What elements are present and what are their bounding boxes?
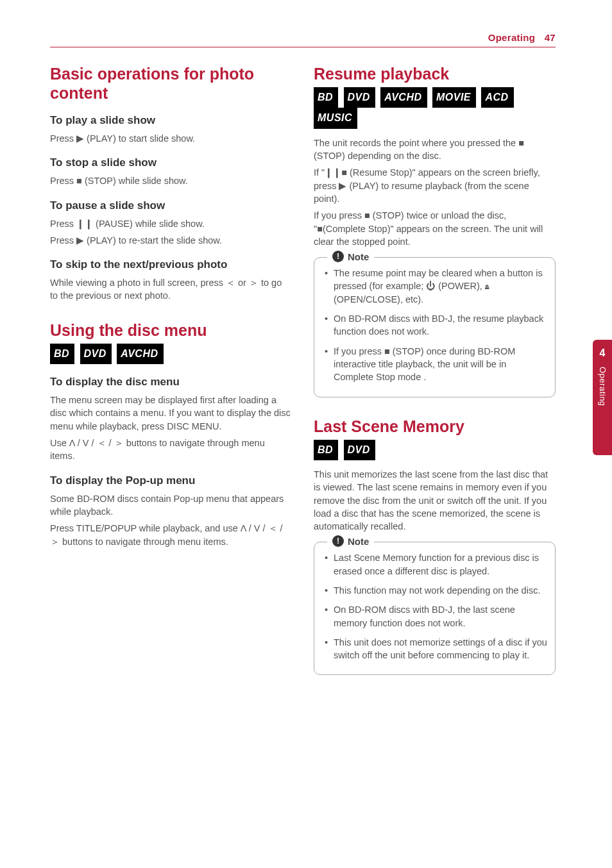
resume-badges: BD DVD AVCHD MOVIE ACD MUSIC xyxy=(314,87,556,129)
chapter-side-tab: 4 Operating xyxy=(593,340,612,455)
text-resume-1: The unit records the point where you pre… xyxy=(314,137,556,163)
heading-stop-slideshow: To stop a slide show xyxy=(50,156,292,169)
note-item: On BD-ROM discs with BD-J, the resume pl… xyxy=(325,312,547,338)
note-box-last-scene: ! Note Last Scene Memory function for a … xyxy=(314,542,556,675)
badge-acd: ACD xyxy=(481,87,513,108)
note-icon: ! xyxy=(332,251,344,262)
note-label-text: Note xyxy=(348,251,369,262)
badge-bd: BD xyxy=(50,344,74,364)
text-popup-menu-1: Some BD-ROM discs contain Pop-up menu th… xyxy=(50,492,292,519)
heading-last-scene-memory: Last Scene Memory xyxy=(314,417,556,436)
text-display-disc-menu-1: The menu screen may be displayed first a… xyxy=(50,394,292,433)
disc-menu-badges: BD DVD AVCHD xyxy=(50,344,292,364)
heading-play-slideshow: To play a slide show xyxy=(50,114,292,127)
heading-basic-operations: Basic operations for photo content xyxy=(50,64,292,103)
text-stop-slideshow: Press ■ (STOP) while slide show. xyxy=(50,174,292,187)
heading-resume-playback: Resume playback xyxy=(314,64,556,83)
note-item: On BD-ROM discs with BD-J, the last scen… xyxy=(325,603,547,630)
chapter-number: 4 xyxy=(600,347,606,359)
note-box-resume: ! Note The resume point may be cleared w… xyxy=(314,257,556,397)
text-skip-photo: While viewing a photo in full screen, pr… xyxy=(50,276,292,303)
badge-bd: BD xyxy=(314,440,338,460)
last-scene-badges: BD DVD xyxy=(314,440,556,460)
badge-music: MUSIC xyxy=(314,108,357,128)
heading-skip-photo: To skip to the next/previous photo xyxy=(50,258,292,271)
header-section: Operating xyxy=(488,32,536,43)
left-column: Basic operations for photo content To pl… xyxy=(50,64,292,675)
note-item: If you press ■ (STOP) once during BD-ROM… xyxy=(325,345,547,384)
badge-avchd: AVCHD xyxy=(117,344,163,364)
badge-bd: BD xyxy=(314,87,338,108)
text-resume-2: If "❙❙■ (Resume Stop)" appears on the sc… xyxy=(314,166,556,205)
right-column: Resume playback BD DVD AVCHD MOVIE ACD M… xyxy=(314,64,556,675)
text-popup-menu-2: Press TITLE/POPUP while playback, and us… xyxy=(50,522,292,548)
note-label: ! Note xyxy=(327,535,374,547)
text-display-disc-menu-2: Use Λ / V / ＜ / ＞ buttons to navigate th… xyxy=(50,437,292,463)
note-label-text: Note xyxy=(348,536,369,547)
text-play-slideshow: Press ▶ (PLAY) to start slide show. xyxy=(50,132,292,145)
header-page-number: 47 xyxy=(545,32,556,43)
text-pause-slideshow-2: Press ▶ (PLAY) to re-start the slide sho… xyxy=(50,234,292,247)
heading-display-disc-menu: To display the disc menu xyxy=(50,376,292,388)
text-resume-3: If you press ■ (STOP) twice or unload th… xyxy=(314,209,556,248)
heading-using-disc-menu: Using the disc menu xyxy=(50,321,292,340)
note-icon: ! xyxy=(332,535,344,547)
heading-pause-slideshow: To pause a slide show xyxy=(50,199,292,212)
chapter-title: Operating xyxy=(598,367,608,406)
badge-dvd: DVD xyxy=(80,344,112,364)
note-item: The resume point may be cleared when a b… xyxy=(325,267,547,306)
note-label: ! Note xyxy=(327,251,374,262)
badge-dvd: DVD xyxy=(344,87,375,108)
text-last-scene: This unit memorizes the last scene from … xyxy=(314,468,556,533)
badge-dvd: DVD xyxy=(344,440,375,460)
note-item: This function may not work depending on … xyxy=(325,584,547,597)
note-item: Last Scene Memory function for a previou… xyxy=(325,551,547,578)
text-pause-slideshow-1: Press ❙❙ (PAUSE) while slide show. xyxy=(50,217,292,230)
page-header: Operating 47 xyxy=(50,32,556,47)
badge-movie: MOVIE xyxy=(432,87,476,108)
badge-avchd: AVCHD xyxy=(380,87,427,108)
heading-popup-menu: To display the Pop-up menu xyxy=(50,474,292,487)
note-item: This unit does not memorize settings of … xyxy=(325,636,547,662)
